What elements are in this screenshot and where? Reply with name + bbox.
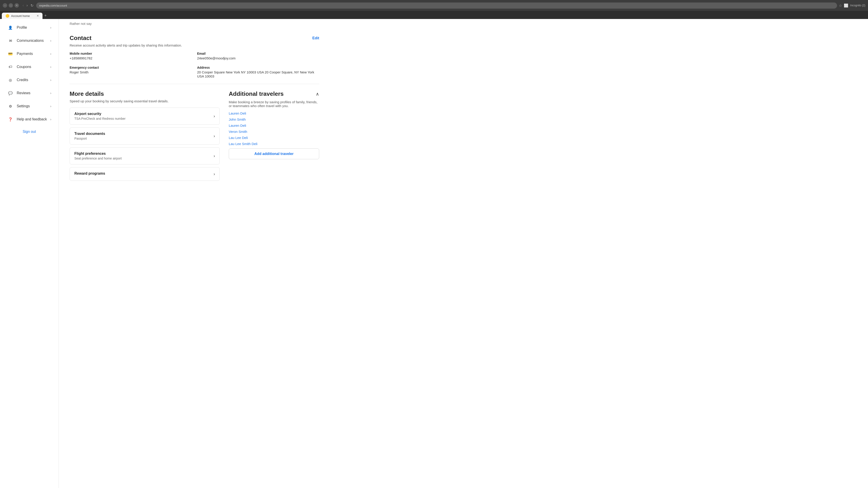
flight-preferences-content: Flight preferences Seat preference and h… — [74, 152, 214, 160]
sidebar-item-profile[interactable]: 👤 Profile › — [2, 21, 57, 34]
sidebar-item-communications[interactable]: ✉ Communications › — [2, 34, 57, 47]
more-details-desc: Speed up your booking by securely saving… — [70, 99, 220, 103]
mobile-field: Mobile number +18588991782 — [70, 52, 192, 60]
active-tab[interactable]: 🟡 Account home ✕ — [2, 13, 42, 19]
sign-out-button[interactable]: Sign out — [0, 126, 59, 137]
main-content: Rather not say Contact Edit Receive acco… — [59, 19, 330, 488]
traveler-link-0[interactable]: Lauren Deli — [229, 111, 319, 115]
chevron-right-icon: › — [214, 134, 215, 138]
sidebar-label-settings: Settings — [17, 104, 50, 108]
traveler-link-3[interactable]: Veron Smith — [229, 130, 319, 133]
airport-security-title: Airport security — [74, 112, 214, 116]
sidebar-item-help[interactable]: ❓ Help and feedback › — [2, 113, 57, 126]
incognito-label[interactable]: Incognito (2) — [850, 4, 865, 7]
chevron-right-icon: › — [214, 172, 215, 176]
chevron-right-icon: › — [50, 118, 51, 121]
rather-not-say-text: Rather not say — [70, 22, 92, 26]
sidebar-label-profile: Profile — [17, 26, 50, 30]
additional-travelers-section: Additional travelers ∧ Make booking a br… — [229, 90, 319, 184]
chevron-right-icon: › — [214, 114, 215, 119]
chevron-right-icon: › — [50, 78, 51, 82]
sidebar-item-coupons[interactable]: 🏷 Coupons › — [2, 61, 57, 73]
profile-icon: 👤 — [7, 24, 13, 31]
sidebar-label-help: Help and feedback — [17, 117, 50, 121]
address-label: Address — [197, 66, 319, 69]
sidebar-label-payments: Payments — [17, 52, 50, 56]
browser-chrome: － □ ✕ ‹ › ↻ expedia.com/account ☆ ⬜ Inco… — [0, 0, 868, 11]
address-value: 20 Cooper Square New York NY 10003 USA 2… — [197, 70, 314, 78]
travelers-title: Additional travelers — [229, 90, 284, 97]
browser-controls: － □ ✕ — [3, 3, 19, 8]
emergency-value: Roger Smith — [70, 70, 88, 74]
chevron-right-icon: › — [50, 52, 51, 56]
travel-documents-subtitle: Passport — [74, 137, 214, 140]
coupons-icon: 🏷 — [7, 64, 13, 70]
chevron-right-icon: › — [50, 65, 51, 69]
tab-title: Account home — [11, 14, 35, 18]
more-details-title: More details — [70, 90, 220, 97]
traveler-link-1[interactable]: John Smith — [229, 118, 319, 121]
credits-icon: ◎ — [7, 77, 13, 83]
browser-actions: ☆ ⬜ Incognito (2) — [839, 3, 865, 8]
chevron-right-icon: › — [50, 104, 51, 108]
sidebar-label-reviews: Reviews — [17, 91, 50, 95]
tab-close-button[interactable]: ✕ — [37, 14, 39, 18]
reward-programs-content: Reward programs — [74, 171, 214, 176]
chevron-right-icon: › — [214, 154, 215, 158]
travel-documents-title: Travel documents — [74, 132, 214, 136]
emergency-field: Emergency contact Roger Smith — [70, 66, 192, 78]
sidebar-label-coupons: Coupons — [17, 65, 50, 69]
browser-nav: ‹ › ↻ — [22, 2, 34, 8]
more-details-section: More details Speed up your booking by se… — [70, 90, 220, 184]
maximize-button[interactable]: □ — [8, 3, 13, 8]
mobile-label: Mobile number — [70, 52, 192, 55]
sidebar-label-credits: Credits — [17, 78, 50, 82]
email-label: Email — [197, 52, 319, 55]
reviews-icon: 💬 — [7, 90, 13, 96]
tab-favicon: 🟡 — [5, 14, 9, 18]
forward-button[interactable]: › — [26, 2, 29, 8]
email-field: Email 24ee050e@moodjoy.com — [197, 52, 319, 60]
two-col-layout: More details Speed up your booking by se… — [70, 84, 319, 184]
add-traveler-button[interactable]: Add additional traveler — [229, 149, 319, 159]
reward-programs-title: Reward programs — [74, 171, 214, 175]
travelers-description: Make booking a breeze by saving profiles… — [229, 100, 319, 108]
traveler-link-5[interactable]: Lau Lee Smith Deli — [229, 142, 319, 146]
reward-programs-card[interactable]: Reward programs › — [70, 167, 220, 181]
minimize-button[interactable]: － — [3, 3, 7, 8]
flight-preferences-card[interactable]: Flight preferences Seat preference and h… — [70, 147, 220, 164]
reload-button[interactable]: ↻ — [30, 2, 34, 8]
airport-security-subtitle: TSA PreCheck and Redress number — [74, 117, 214, 121]
traveler-link-2[interactable]: Lauren Deli — [229, 124, 319, 127]
settings-icon: ⚙ — [7, 103, 13, 109]
contact-header: Contact Edit — [70, 35, 319, 41]
chevron-right-icon: › — [50, 39, 51, 42]
sidebar: 👤 Profile › ✉ Communications › 💳 Payment… — [0, 19, 59, 488]
contact-grid: Mobile number +18588991782 Email 24ee050… — [70, 52, 319, 78]
split-view-icon[interactable]: ⬜ — [844, 3, 848, 8]
airport-security-card[interactable]: Airport security TSA PreCheck and Redres… — [70, 107, 220, 125]
sidebar-item-credits[interactable]: ◎ Credits › — [2, 74, 57, 86]
bookmark-icon[interactable]: ☆ — [839, 3, 842, 8]
contact-edit-button[interactable]: Edit — [312, 36, 319, 40]
chevron-right-icon: › — [50, 91, 51, 95]
contact-description: Receive account activity alerts and trip… — [70, 43, 319, 47]
mobile-value: +18588991782 — [70, 56, 92, 60]
sidebar-item-reviews[interactable]: 💬 Reviews › — [2, 87, 57, 99]
flight-preferences-subtitle: Seat preference and home airport — [74, 157, 214, 160]
page-container: 👤 Profile › ✉ Communications › 💳 Payment… — [0, 19, 868, 488]
email-value: 24ee050e@moodjoy.com — [197, 56, 236, 60]
travel-documents-content: Travel documents Passport — [74, 132, 214, 140]
help-icon: ❓ — [7, 116, 13, 123]
address-bar[interactable]: expedia.com/account — [36, 2, 837, 8]
new-tab-button[interactable]: + — [42, 12, 49, 19]
sidebar-item-settings[interactable]: ⚙ Settings › — [2, 100, 57, 112]
back-button[interactable]: ‹ — [22, 2, 25, 8]
travelers-toggle-button[interactable]: ∧ — [316, 91, 319, 97]
top-section: Rather not say — [70, 19, 319, 29]
sidebar-item-payments[interactable]: 💳 Payments › — [2, 47, 57, 60]
travel-documents-card[interactable]: Travel documents Passport › — [70, 127, 220, 144]
traveler-link-4[interactable]: Lau Lee Deli — [229, 136, 319, 140]
address-field: Address 20 Cooper Square New York NY 100… — [197, 66, 319, 78]
close-button[interactable]: ✕ — [14, 3, 19, 8]
